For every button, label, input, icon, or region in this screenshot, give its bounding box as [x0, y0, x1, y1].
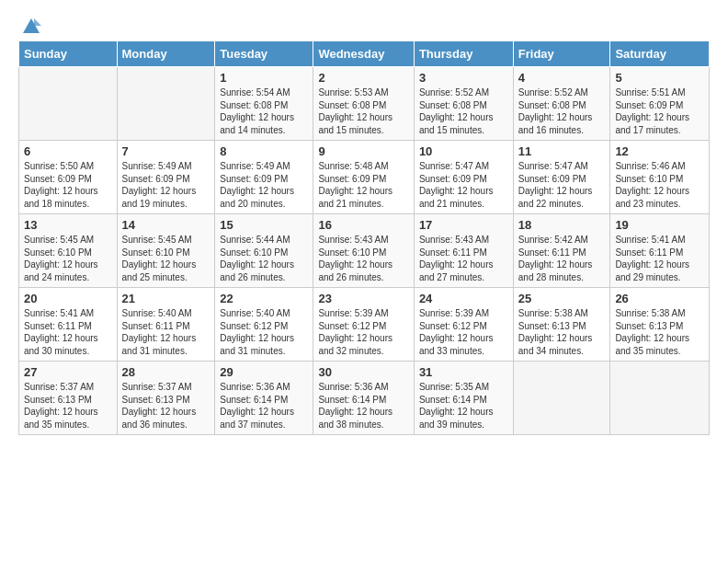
day-number: 29 — [220, 365, 308, 379]
day-info: Sunrise: 5:41 AM Sunset: 6:11 PM Dayligh… — [615, 234, 704, 283]
day-cell — [19, 67, 118, 141]
day-info: Sunrise: 5:37 AM Sunset: 6:13 PM Dayligh… — [122, 381, 210, 431]
day-info: Sunrise: 5:52 AM Sunset: 6:08 PM Dayligh… — [518, 86, 606, 136]
day-number: 5 — [615, 71, 704, 85]
day-cell: 30Sunrise: 5:36 AM Sunset: 6:14 PM Dayli… — [313, 362, 414, 435]
day-info: Sunrise: 5:43 AM Sunset: 6:10 PM Dayligh… — [318, 234, 408, 283]
day-info: Sunrise: 5:47 AM Sunset: 6:09 PM Dayligh… — [518, 160, 606, 210]
week-row-2: 6Sunrise: 5:50 AM Sunset: 6:09 PM Daylig… — [19, 141, 710, 214]
day-cell: 5Sunrise: 5:51 AM Sunset: 6:09 PM Daylig… — [610, 67, 710, 141]
day-cell: 1Sunrise: 5:54 AM Sunset: 6:08 PM Daylig… — [215, 67, 313, 141]
day-cell: 14Sunrise: 5:45 AM Sunset: 6:10 PM Dayli… — [117, 214, 215, 288]
day-info: Sunrise: 5:49 AM Sunset: 6:09 PM Dayligh… — [122, 160, 210, 210]
day-cell: 6Sunrise: 5:50 AM Sunset: 6:09 PM Daylig… — [19, 141, 118, 214]
day-number: 7 — [122, 144, 210, 158]
day-cell: 15Sunrise: 5:44 AM Sunset: 6:10 PM Dayli… — [215, 214, 313, 288]
header-sunday: Sunday — [19, 41, 118, 67]
day-cell: 31Sunrise: 5:35 AM Sunset: 6:14 PM Dayli… — [414, 362, 513, 435]
day-number: 11 — [518, 144, 606, 158]
day-number: 3 — [419, 71, 508, 85]
logo — [18, 17, 41, 33]
day-cell: 24Sunrise: 5:39 AM Sunset: 6:12 PM Dayli… — [414, 288, 513, 362]
day-number: 15 — [220, 218, 308, 232]
day-info: Sunrise: 5:54 AM Sunset: 6:08 PM Dayligh… — [220, 86, 308, 136]
day-cell — [117, 67, 215, 141]
day-number: 14 — [122, 218, 210, 232]
day-info: Sunrise: 5:40 AM Sunset: 6:11 PM Dayligh… — [122, 307, 210, 357]
day-cell: 23Sunrise: 5:39 AM Sunset: 6:12 PM Dayli… — [313, 288, 414, 362]
week-row-5: 27Sunrise: 5:37 AM Sunset: 6:13 PM Dayli… — [19, 362, 710, 435]
day-info: Sunrise: 5:52 AM Sunset: 6:08 PM Dayligh… — [419, 86, 508, 136]
day-number: 13 — [24, 218, 112, 232]
day-info: Sunrise: 5:53 AM Sunset: 6:08 PM Dayligh… — [318, 86, 408, 136]
day-number: 16 — [318, 218, 408, 232]
day-info: Sunrise: 5:39 AM Sunset: 6:12 PM Dayligh… — [318, 307, 408, 357]
header-monday: Monday — [117, 41, 215, 67]
day-cell: 21Sunrise: 5:40 AM Sunset: 6:11 PM Dayli… — [117, 288, 215, 362]
day-cell: 19Sunrise: 5:41 AM Sunset: 6:11 PM Dayli… — [610, 214, 710, 288]
day-number: 8 — [220, 144, 308, 158]
day-info: Sunrise: 5:36 AM Sunset: 6:14 PM Dayligh… — [220, 381, 308, 431]
day-cell: 29Sunrise: 5:36 AM Sunset: 6:14 PM Dayli… — [215, 362, 313, 435]
day-info: Sunrise: 5:47 AM Sunset: 6:09 PM Dayligh… — [419, 160, 508, 210]
day-info: Sunrise: 5:50 AM Sunset: 6:09 PM Dayligh… — [24, 160, 112, 210]
svg-marker-1 — [34, 18, 41, 26]
day-number: 6 — [24, 144, 112, 158]
day-number: 4 — [518, 71, 606, 85]
calendar-header-row: SundayMondayTuesdayWednesdayThursdayFrid… — [19, 41, 710, 67]
logo-icon — [21, 17, 41, 37]
day-cell: 25Sunrise: 5:38 AM Sunset: 6:13 PM Dayli… — [513, 288, 610, 362]
day-cell: 9Sunrise: 5:48 AM Sunset: 6:09 PM Daylig… — [313, 141, 414, 214]
day-cell — [513, 362, 610, 435]
day-number: 31 — [419, 365, 508, 379]
day-cell: 8Sunrise: 5:49 AM Sunset: 6:09 PM Daylig… — [215, 141, 313, 214]
day-info: Sunrise: 5:46 AM Sunset: 6:10 PM Dayligh… — [615, 160, 704, 210]
day-info: Sunrise: 5:51 AM Sunset: 6:09 PM Dayligh… — [615, 86, 704, 136]
header-saturday: Saturday — [610, 41, 710, 67]
day-info: Sunrise: 5:44 AM Sunset: 6:10 PM Dayligh… — [220, 234, 308, 283]
day-number: 12 — [615, 144, 704, 158]
day-number: 19 — [615, 218, 704, 232]
day-number: 21 — [122, 292, 210, 305]
day-number: 9 — [318, 144, 408, 158]
day-cell: 16Sunrise: 5:43 AM Sunset: 6:10 PM Dayli… — [313, 214, 414, 288]
day-number: 1 — [220, 71, 308, 85]
day-cell: 28Sunrise: 5:37 AM Sunset: 6:13 PM Dayli… — [117, 362, 215, 435]
page: SundayMondayTuesdayWednesdayThursdayFrid… — [0, 0, 728, 563]
day-number: 2 — [318, 71, 408, 85]
day-cell — [610, 362, 710, 435]
day-number: 10 — [419, 144, 508, 158]
day-cell: 11Sunrise: 5:47 AM Sunset: 6:09 PM Dayli… — [513, 141, 610, 214]
header-tuesday: Tuesday — [215, 41, 313, 67]
day-info: Sunrise: 5:41 AM Sunset: 6:11 PM Dayligh… — [24, 307, 112, 357]
day-number: 23 — [318, 292, 408, 305]
week-row-3: 13Sunrise: 5:45 AM Sunset: 6:10 PM Dayli… — [19, 214, 710, 288]
day-info: Sunrise: 5:45 AM Sunset: 6:10 PM Dayligh… — [122, 234, 210, 283]
day-number: 27 — [24, 365, 112, 379]
day-number: 24 — [419, 292, 508, 305]
header-thursday: Thursday — [414, 41, 513, 67]
day-info: Sunrise: 5:36 AM Sunset: 6:14 PM Dayligh… — [318, 381, 408, 431]
day-info: Sunrise: 5:49 AM Sunset: 6:09 PM Dayligh… — [220, 160, 308, 210]
day-number: 20 — [24, 292, 112, 305]
day-info: Sunrise: 5:38 AM Sunset: 6:13 PM Dayligh… — [518, 307, 606, 357]
day-info: Sunrise: 5:39 AM Sunset: 6:12 PM Dayligh… — [419, 307, 508, 357]
day-number: 22 — [220, 292, 308, 305]
day-cell: 18Sunrise: 5:42 AM Sunset: 6:11 PM Dayli… — [513, 214, 610, 288]
day-info: Sunrise: 5:35 AM Sunset: 6:14 PM Dayligh… — [419, 381, 508, 431]
day-info: Sunrise: 5:40 AM Sunset: 6:12 PM Dayligh… — [220, 307, 308, 357]
day-cell: 10Sunrise: 5:47 AM Sunset: 6:09 PM Dayli… — [414, 141, 513, 214]
day-cell: 20Sunrise: 5:41 AM Sunset: 6:11 PM Dayli… — [19, 288, 118, 362]
day-number: 26 — [615, 292, 704, 305]
header — [18, 17, 710, 33]
day-info: Sunrise: 5:45 AM Sunset: 6:10 PM Dayligh… — [24, 234, 112, 283]
day-cell: 4Sunrise: 5:52 AM Sunset: 6:08 PM Daylig… — [513, 67, 610, 141]
week-row-4: 20Sunrise: 5:41 AM Sunset: 6:11 PM Dayli… — [19, 288, 710, 362]
day-info: Sunrise: 5:38 AM Sunset: 6:13 PM Dayligh… — [615, 307, 704, 357]
day-info: Sunrise: 5:42 AM Sunset: 6:11 PM Dayligh… — [518, 234, 606, 283]
day-cell: 3Sunrise: 5:52 AM Sunset: 6:08 PM Daylig… — [414, 67, 513, 141]
day-cell: 27Sunrise: 5:37 AM Sunset: 6:13 PM Dayli… — [19, 362, 118, 435]
calendar-table: SundayMondayTuesdayWednesdayThursdayFrid… — [18, 40, 710, 435]
day-number: 30 — [318, 365, 408, 379]
week-row-1: 1Sunrise: 5:54 AM Sunset: 6:08 PM Daylig… — [19, 67, 710, 141]
